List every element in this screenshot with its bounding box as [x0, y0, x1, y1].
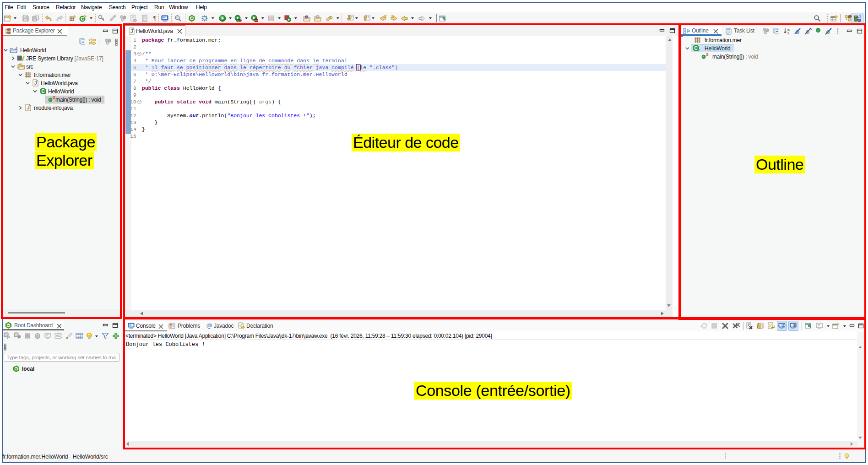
svg-text:¶: ¶: [153, 15, 157, 22]
svg-text:J: J: [858, 15, 861, 19]
svg-text:C: C: [81, 16, 84, 22]
